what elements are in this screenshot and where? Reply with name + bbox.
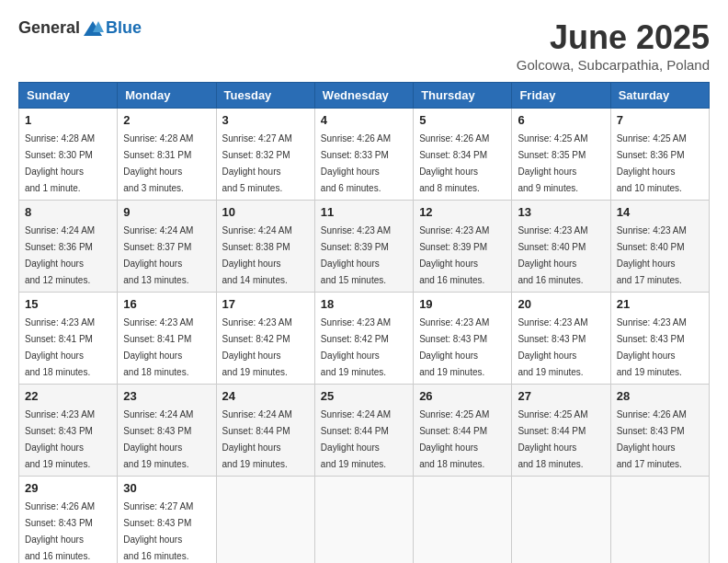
- day-number: 13: [518, 205, 604, 219]
- table-row: 12 Sunrise: 4:23 AMSunset: 8:39 PMDaylig…: [414, 201, 512, 293]
- table-row: 1 Sunrise: 4:28 AMSunset: 8:30 PMDayligh…: [19, 109, 118, 201]
- title-area: June 2025 Golcowa, Subcarpathia, Poland: [517, 18, 710, 73]
- day-info: Sunrise: 4:24 AMSunset: 8:44 PMDaylight …: [222, 409, 292, 469]
- day-number: 11: [321, 205, 407, 219]
- day-number: 5: [419, 113, 506, 127]
- header-thursday: Thursday: [414, 83, 512, 109]
- table-row: 22 Sunrise: 4:23 AMSunset: 8:43 PMDaylig…: [19, 385, 118, 477]
- day-number: 19: [419, 297, 506, 311]
- day-info: Sunrise: 4:24 AMSunset: 8:36 PMDaylight …: [25, 225, 95, 285]
- day-info: Sunrise: 4:23 AMSunset: 8:39 PMDaylight …: [419, 225, 489, 285]
- table-row: 19 Sunrise: 4:23 AMSunset: 8:43 PMDaylig…: [414, 293, 512, 385]
- table-row: 28 Sunrise: 4:26 AMSunset: 8:43 PMDaylig…: [610, 385, 709, 477]
- calendar-row: 1 Sunrise: 4:28 AMSunset: 8:30 PMDayligh…: [19, 109, 710, 201]
- header-tuesday: Tuesday: [216, 83, 314, 109]
- day-number: 22: [25, 389, 111, 403]
- day-number: 14: [617, 205, 703, 219]
- day-number: 6: [518, 113, 604, 127]
- table-row: 4 Sunrise: 4:26 AMSunset: 8:33 PMDayligh…: [314, 109, 413, 201]
- table-row: 21 Sunrise: 4:23 AMSunset: 8:43 PMDaylig…: [610, 293, 709, 385]
- day-info: Sunrise: 4:26 AMSunset: 8:33 PMDaylight …: [321, 133, 391, 193]
- table-row: 24 Sunrise: 4:24 AMSunset: 8:44 PMDaylig…: [216, 385, 314, 477]
- header-friday: Friday: [512, 83, 610, 109]
- table-row: 16 Sunrise: 4:23 AMSunset: 8:41 PMDaylig…: [118, 293, 216, 385]
- header-monday: Monday: [118, 83, 216, 109]
- table-row: 26 Sunrise: 4:25 AMSunset: 8:44 PMDaylig…: [414, 385, 512, 477]
- table-row: [610, 477, 709, 564]
- calendar-row: 22 Sunrise: 4:23 AMSunset: 8:43 PMDaylig…: [19, 385, 710, 477]
- logo-blue: Blue: [106, 18, 142, 38]
- day-info: Sunrise: 4:28 AMSunset: 8:31 PMDaylight …: [123, 133, 193, 193]
- day-number: 3: [222, 113, 309, 127]
- table-row: 27 Sunrise: 4:25 AMSunset: 8:44 PMDaylig…: [512, 385, 610, 477]
- day-info: Sunrise: 4:25 AMSunset: 8:36 PMDaylight …: [617, 133, 687, 193]
- header-wednesday: Wednesday: [314, 83, 413, 109]
- day-number: 1: [25, 113, 111, 127]
- calendar-table: Sunday Monday Tuesday Wednesday Thursday…: [18, 82, 710, 563]
- day-info: Sunrise: 4:23 AMSunset: 8:43 PMDaylight …: [518, 317, 587, 377]
- table-row: 2 Sunrise: 4:28 AMSunset: 8:31 PMDayligh…: [118, 109, 216, 201]
- day-info: Sunrise: 4:23 AMSunset: 8:43 PMDaylight …: [419, 317, 489, 377]
- table-row: [216, 477, 314, 564]
- day-number: 9: [123, 205, 210, 219]
- calendar-row: 15 Sunrise: 4:23 AMSunset: 8:41 PMDaylig…: [19, 293, 710, 385]
- table-row: 8 Sunrise: 4:24 AMSunset: 8:36 PMDayligh…: [19, 201, 118, 293]
- calendar-row: 29 Sunrise: 4:26 AMSunset: 8:43 PMDaylig…: [19, 477, 710, 564]
- calendar-row: 8 Sunrise: 4:24 AMSunset: 8:36 PMDayligh…: [19, 201, 710, 293]
- day-number: 4: [321, 113, 407, 127]
- day-info: Sunrise: 4:23 AMSunset: 8:41 PMDaylight …: [123, 317, 193, 377]
- day-number: 28: [617, 389, 703, 403]
- table-row: 9 Sunrise: 4:24 AMSunset: 8:37 PMDayligh…: [118, 201, 216, 293]
- day-info: Sunrise: 4:28 AMSunset: 8:30 PMDaylight …: [25, 133, 95, 193]
- day-number: 30: [123, 481, 210, 495]
- day-number: 26: [419, 389, 506, 403]
- table-row: 15 Sunrise: 4:23 AMSunset: 8:41 PMDaylig…: [19, 293, 118, 385]
- logo-general: General: [18, 18, 80, 38]
- day-number: 16: [123, 297, 210, 311]
- day-info: Sunrise: 4:27 AMSunset: 8:32 PMDaylight …: [222, 133, 292, 193]
- day-number: 15: [25, 297, 111, 311]
- logo: General Blue: [18, 18, 142, 38]
- table-row: 5 Sunrise: 4:26 AMSunset: 8:34 PMDayligh…: [414, 109, 512, 201]
- table-row: 14 Sunrise: 4:23 AMSunset: 8:40 PMDaylig…: [610, 201, 709, 293]
- page-header: General Blue June 2025 Golcowa, Subcarpa…: [18, 18, 710, 73]
- day-number: 8: [25, 205, 111, 219]
- day-number: 2: [123, 113, 210, 127]
- day-number: 24: [222, 389, 309, 403]
- table-row: 3 Sunrise: 4:27 AMSunset: 8:32 PMDayligh…: [216, 109, 314, 201]
- day-info: Sunrise: 4:23 AMSunset: 8:40 PMDaylight …: [617, 225, 687, 285]
- day-info: Sunrise: 4:23 AMSunset: 8:43 PMDaylight …: [25, 409, 95, 469]
- day-info: Sunrise: 4:23 AMSunset: 8:43 PMDaylight …: [617, 317, 687, 377]
- day-info: Sunrise: 4:24 AMSunset: 8:44 PMDaylight …: [321, 409, 391, 469]
- table-row: [414, 477, 512, 564]
- day-info: Sunrise: 4:23 AMSunset: 8:39 PMDaylight …: [321, 225, 391, 285]
- day-number: 12: [419, 205, 506, 219]
- table-row: 23 Sunrise: 4:24 AMSunset: 8:43 PMDaylig…: [118, 385, 216, 477]
- table-row: 7 Sunrise: 4:25 AMSunset: 8:36 PMDayligh…: [610, 109, 709, 201]
- table-row: 30 Sunrise: 4:27 AMSunset: 8:43 PMDaylig…: [118, 477, 216, 564]
- day-number: 17: [222, 297, 309, 311]
- day-number: 21: [617, 297, 703, 311]
- day-number: 18: [321, 297, 407, 311]
- day-info: Sunrise: 4:24 AMSunset: 8:37 PMDaylight …: [123, 225, 193, 285]
- day-info: Sunrise: 4:26 AMSunset: 8:43 PMDaylight …: [25, 501, 95, 561]
- day-info: Sunrise: 4:25 AMSunset: 8:44 PMDaylight …: [419, 409, 489, 469]
- day-info: Sunrise: 4:25 AMSunset: 8:35 PMDaylight …: [518, 133, 587, 193]
- day-info: Sunrise: 4:26 AMSunset: 8:34 PMDaylight …: [419, 133, 489, 193]
- logo-icon: [82, 19, 104, 38]
- table-row: [314, 477, 413, 564]
- day-number: 23: [123, 389, 210, 403]
- day-info: Sunrise: 4:25 AMSunset: 8:44 PMDaylight …: [518, 409, 587, 469]
- table-row: 13 Sunrise: 4:23 AMSunset: 8:40 PMDaylig…: [512, 201, 610, 293]
- month-title: June 2025: [517, 18, 710, 57]
- day-info: Sunrise: 4:24 AMSunset: 8:38 PMDaylight …: [222, 225, 292, 285]
- calendar-header-row: Sunday Monday Tuesday Wednesday Thursday…: [19, 83, 710, 109]
- table-row: 11 Sunrise: 4:23 AMSunset: 8:39 PMDaylig…: [314, 201, 413, 293]
- day-number: 29: [25, 481, 111, 495]
- day-info: Sunrise: 4:26 AMSunset: 8:43 PMDaylight …: [617, 409, 687, 469]
- table-row: 17 Sunrise: 4:23 AMSunset: 8:42 PMDaylig…: [216, 293, 314, 385]
- day-info: Sunrise: 4:24 AMSunset: 8:43 PMDaylight …: [123, 409, 193, 469]
- day-info: Sunrise: 4:23 AMSunset: 8:40 PMDaylight …: [518, 225, 587, 285]
- table-row: 10 Sunrise: 4:24 AMSunset: 8:38 PMDaylig…: [216, 201, 314, 293]
- table-row: [512, 477, 610, 564]
